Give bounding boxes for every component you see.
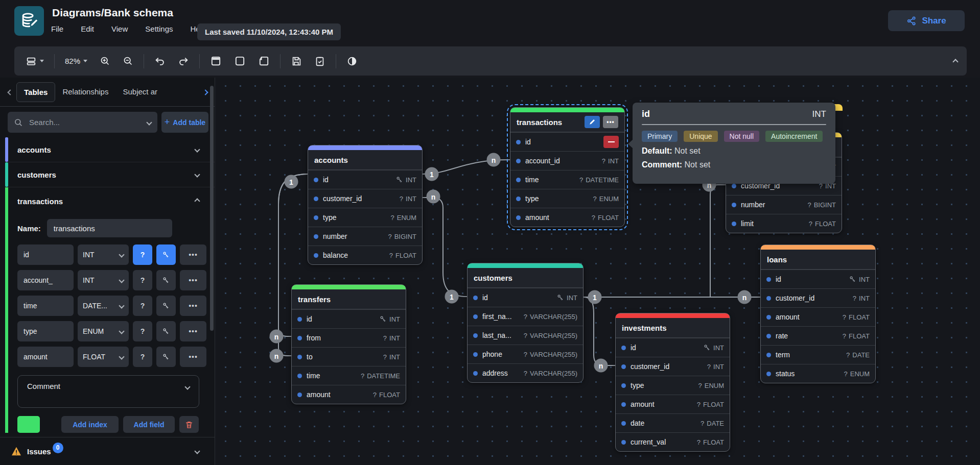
field-name-input[interactable]: type — [17, 321, 74, 341]
field-more-button[interactable]: ••• — [180, 347, 206, 367]
field-nullable-toggle[interactable]: ? — [133, 270, 152, 290]
table-field-row[interactable]: time?DATETIME — [292, 366, 406, 385]
delete-field-button[interactable] — [603, 136, 619, 148]
field-type-dropdown[interactable]: FLOAT — [78, 347, 129, 367]
toolbar-collapse-button[interactable] — [953, 57, 958, 66]
table-field-row[interactable]: from?INT — [292, 328, 406, 347]
field-nullable-toggle[interactable]: ? — [133, 321, 152, 341]
field-primary-key-toggle[interactable] — [156, 270, 176, 290]
db-table-customers[interactable]: customersidINTfirst_na...?VARCHAR(255)la… — [467, 263, 584, 383]
table-field-row[interactable]: date?DATE — [616, 413, 730, 432]
field-more-button[interactable]: ••• — [180, 321, 206, 341]
table-more-button[interactable]: ••• — [603, 116, 618, 128]
table-field-row[interactable]: id — [510, 132, 624, 151]
tab-subject-areas[interactable]: Subject ar — [115, 82, 165, 102]
search-input[interactable] — [29, 118, 141, 127]
db-table-investments[interactable]: investmentsidINTcustomer_id?INTtype?ENUM… — [615, 313, 730, 452]
add-note-tool[interactable] — [256, 53, 272, 69]
db-table-transfers[interactable]: transfersidINTfrom?INTto?INTtime?DATETIM… — [291, 284, 406, 404]
add-field-button[interactable]: Add field — [123, 416, 175, 433]
table-field-row[interactable]: limit?FLOAT — [726, 214, 842, 233]
field-more-button[interactable]: ••• — [180, 296, 206, 316]
table-field-row[interactable]: idINT — [468, 288, 583, 307]
table-field-row[interactable]: idINT — [761, 270, 875, 288]
redo-button[interactable] — [176, 54, 191, 69]
zoom-out-button[interactable] — [121, 54, 135, 68]
edit-table-button[interactable] — [585, 116, 600, 128]
diagram-canvas[interactable]: accountsidINTcustomer_id?INTtype?ENUMnum… — [215, 78, 980, 465]
table-field-row[interactable]: amount?FLOAT — [616, 395, 730, 413]
tab-scroll-right-button[interactable] — [200, 87, 211, 96]
search-combobox[interactable] — [8, 112, 157, 133]
table-field-row[interactable]: amount?FLOAT — [761, 307, 875, 326]
table-name-input[interactable] — [47, 219, 172, 237]
layout-menu-button[interactable] — [24, 54, 46, 69]
menu-edit[interactable]: Edit — [81, 25, 94, 33]
field-name-input[interactable]: amount — [17, 347, 74, 367]
field-primary-key-toggle[interactable] — [156, 321, 176, 341]
zoom-level-dropdown[interactable]: 82% — [63, 55, 89, 67]
table-field-row[interactable]: customer_id?INT — [761, 288, 875, 307]
share-button[interactable]: Share — [888, 10, 965, 31]
delete-table-button[interactable] — [179, 416, 199, 433]
tab-scroll-left-button[interactable] — [4, 87, 16, 96]
table-field-row[interactable]: last_na...?VARCHAR(255) — [468, 326, 583, 345]
field-more-button[interactable]: ••• — [180, 244, 206, 265]
table-field-row[interactable]: idINT — [308, 170, 422, 189]
tab-relationships[interactable]: Relationships — [55, 82, 115, 102]
table-field-row[interactable]: balance?FLOAT — [308, 246, 422, 264]
field-primary-key-toggle[interactable] — [156, 244, 176, 265]
menu-file[interactable]: File — [51, 25, 63, 33]
field-primary-key-toggle[interactable] — [156, 296, 176, 316]
field-nullable-toggle[interactable]: ? — [133, 347, 152, 367]
table-field-row[interactable]: status?ENUM — [761, 364, 875, 383]
table-field-row[interactable]: current_val?FLOAT — [616, 432, 730, 451]
save-button[interactable] — [289, 54, 304, 69]
menu-settings[interactable]: Settings — [145, 25, 173, 33]
todo-button[interactable] — [312, 54, 328, 69]
table-field-row[interactable]: customer_id?INT — [616, 357, 730, 376]
table-field-row[interactable]: idINT — [616, 338, 730, 357]
field-nullable-toggle[interactable]: ? — [133, 244, 152, 265]
field-type-dropdown[interactable]: INT — [78, 244, 129, 265]
comment-collapsible[interactable]: Comment — [17, 375, 199, 408]
field-more-button[interactable]: ••• — [180, 270, 206, 290]
field-type-dropdown[interactable]: INT — [78, 270, 129, 290]
field-name-input[interactable]: account_ — [17, 270, 74, 290]
table-field-row[interactable]: number?BIGINT — [726, 195, 842, 214]
theme-toggle-button[interactable] — [344, 54, 360, 69]
table-field-row[interactable]: phone?VARCHAR(255) — [468, 345, 583, 363]
field-type-dropdown[interactable]: ENUM — [78, 321, 129, 341]
table-field-row[interactable]: account_id?INT — [510, 151, 624, 170]
accordion-item-accounts[interactable]: accounts — [5, 137, 215, 162]
field-nullable-toggle[interactable]: ? — [133, 296, 152, 316]
sidebar-scrollbar[interactable] — [210, 86, 214, 331]
field-primary-key-toggle[interactable] — [156, 347, 176, 367]
menu-view[interactable]: View — [111, 25, 128, 33]
add-table-button[interactable]: + Add table — [161, 112, 208, 133]
table-field-row[interactable]: time?DATETIME — [510, 170, 624, 189]
field-type-dropdown[interactable]: DATE... — [78, 296, 129, 316]
undo-button[interactable] — [152, 54, 168, 69]
table-field-row[interactable]: idINT — [292, 309, 406, 328]
table-field-row[interactable]: term?DATE — [761, 345, 875, 364]
accordion-item-transactions[interactable]: transactions — [8, 187, 215, 215]
table-field-row[interactable]: type?ENUM — [308, 208, 422, 227]
db-table-accounts[interactable]: accountsidINTcustomer_id?INTtype?ENUMnum… — [308, 145, 423, 265]
table-color-swatch[interactable] — [17, 416, 40, 433]
field-name-input[interactable]: time — [17, 296, 74, 316]
zoom-in-button[interactable] — [98, 54, 112, 68]
table-field-row[interactable]: type?ENUM — [616, 376, 730, 395]
add-area-tool[interactable] — [232, 53, 248, 69]
table-field-row[interactable]: rate?FLOAT — [761, 326, 875, 345]
table-field-row[interactable]: amount?FLOAT — [292, 385, 406, 404]
add-index-button[interactable]: Add index — [61, 416, 119, 433]
table-field-row[interactable]: to?INT — [292, 347, 406, 366]
table-field-row[interactable]: amount?FLOAT — [510, 208, 624, 227]
field-name-input[interactable]: id — [17, 244, 74, 265]
table-field-row[interactable]: customer_id?INT — [308, 189, 422, 208]
accordion-item-customers[interactable]: customers — [5, 162, 215, 187]
db-table-loans[interactable]: loansidINTcustomer_id?INTamount?FLOATrat… — [760, 244, 876, 383]
table-field-row[interactable]: number?BIGINT — [308, 227, 422, 246]
table-field-row[interactable]: type?ENUM — [510, 189, 624, 208]
